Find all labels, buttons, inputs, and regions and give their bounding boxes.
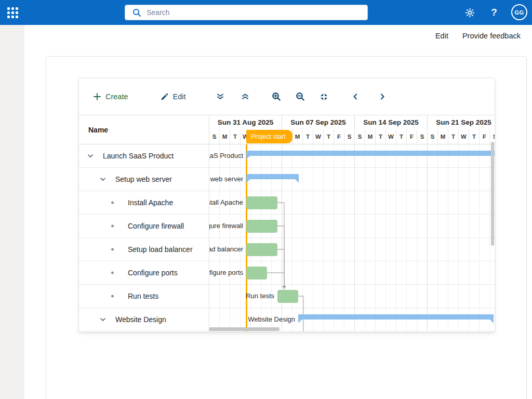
bullet-icon	[111, 272, 114, 274]
day-header-cell: M	[438, 129, 448, 144]
left-sidebar-strip	[0, 25, 24, 399]
chevron-left-icon[interactable]	[350, 91, 361, 102]
day-header-cell: M	[365, 129, 376, 144]
chart-bar-label: Configure firewall	[209, 222, 243, 230]
chart-bar-label: Launch SaaS Product	[209, 152, 243, 159]
chevron-right-icon[interactable]	[377, 91, 388, 102]
day-header-cell: T	[324, 129, 334, 144]
summary-bar-setup-web-server[interactable]	[246, 174, 299, 179]
gantt-chart-area: Launch SaaS ProductSetup web serverInsta…	[209, 144, 495, 331]
task-name-label: Setup web server	[115, 175, 172, 183]
task-bar-run-tests[interactable]	[277, 290, 298, 303]
gantt-panel: Create Edit	[79, 78, 495, 332]
gantt-toolbar: Create Edit	[79, 78, 495, 115]
task-row-website-design[interactable]: Website Design	[79, 308, 209, 331]
week-boundary-line	[354, 144, 355, 331]
project-start-line	[246, 144, 247, 331]
chevron-down-icon[interactable]	[99, 315, 107, 324]
summary-bar-website-design[interactable]	[298, 314, 494, 320]
day-header-cell: F	[407, 129, 417, 144]
day-header-cell: S	[428, 129, 438, 144]
plus-icon	[93, 92, 101, 101]
zoom-out-icon[interactable]	[295, 91, 305, 102]
task-bar-setup-load-balancer[interactable]	[246, 243, 277, 256]
task-name-label: Setup load balancer	[128, 245, 193, 254]
settings-gear-icon[interactable]	[463, 6, 476, 19]
chart-bar-label: Configure ports	[209, 269, 243, 276]
day-header-cell: M	[220, 129, 230, 144]
app-grid-icon[interactable]	[7, 7, 18, 18]
double-chevron-up-icon[interactable]	[240, 91, 250, 102]
day-header-cell: T	[303, 129, 313, 144]
day-header-cell: S	[209, 129, 220, 144]
summary-bar-launch-saas-product[interactable]	[246, 151, 495, 156]
page-actions: Edit Provide feedback	[0, 32, 521, 40]
edit-link[interactable]: Edit	[435, 32, 448, 40]
day-header-cell: T	[448, 129, 459, 144]
chart-bar-label: Install Apache	[209, 198, 243, 206]
day-header-cell: S	[344, 129, 355, 144]
task-row-launch-saas-product[interactable]: Launch SaaS Product	[79, 144, 209, 168]
task-row-install-apache[interactable]: Install Apache	[79, 191, 209, 215]
day-header-cell: W	[313, 129, 324, 144]
horizontal-scrollbar-thumb[interactable]	[209, 327, 280, 331]
day-header-cell: W	[386, 129, 396, 144]
task-bar-install-apache[interactable]	[246, 196, 277, 209]
day-header-cell: T	[230, 129, 241, 144]
global-search	[125, 5, 368, 20]
chart-bar-label: Run tests	[246, 292, 274, 300]
search-icon	[132, 8, 141, 17]
task-name-label: Configure firewall	[128, 222, 184, 230]
name-header-label: Name	[88, 126, 108, 134]
vertical-scrollbar-thumb[interactable]	[491, 142, 494, 246]
day-header-cell: W	[459, 129, 469, 144]
week-header-cell: Sun 07 Sep 2025	[282, 115, 355, 129]
task-row-configure-firewall[interactable]: Configure firewall	[79, 215, 209, 238]
dependency-lines	[209, 144, 495, 331]
task-name-label: Install Apache	[128, 198, 173, 207]
pencil-icon	[161, 92, 169, 101]
chevron-down-icon[interactable]	[86, 152, 95, 160]
bullet-icon	[111, 248, 114, 251]
task-name-label: Run tests	[128, 292, 158, 300]
zoom-in-icon[interactable]	[271, 91, 282, 102]
fit-to-screen-icon[interactable]	[319, 91, 329, 102]
week-header-cell: Sun 21 Sep 2025	[428, 115, 495, 129]
timeline-day-header: SMTWTFSSMTWTFSSMTWTFSSMTWTFSProject star…	[209, 129, 495, 144]
task-bar-configure-firewall[interactable]	[246, 220, 277, 233]
project-start-marker: Project start	[246, 130, 292, 143]
gantt-grid: Name Sun 31 Aug 2025Sun 07 Sep 2025Sun 1…	[79, 115, 495, 332]
task-row-setup-web-server[interactable]: Setup web server	[79, 168, 209, 191]
day-header-cell: M	[292, 129, 303, 144]
task-name-column: Launch SaaS ProductSetup web serverInsta…	[79, 144, 209, 331]
day-header-cell: S	[355, 129, 365, 144]
day-header-cell: F	[480, 129, 490, 144]
chevron-down-icon[interactable]	[99, 175, 107, 183]
task-row-run-tests[interactable]: Run tests	[79, 285, 209, 308]
chart-bar-label: Website Design	[248, 315, 295, 323]
search-input[interactable]	[147, 8, 344, 17]
day-header-cell: S	[417, 129, 428, 144]
task-name-label: Launch SaaS Product	[103, 152, 174, 160]
week-boundary-line	[282, 144, 282, 331]
provide-feedback-link[interactable]: Provide feedback	[462, 32, 521, 40]
task-bar-configure-ports[interactable]	[246, 267, 267, 280]
task-row-setup-load-balancer[interactable]: Setup load balancer	[79, 238, 209, 261]
chart-bar-label: Setup web server	[209, 175, 243, 183]
double-chevron-down-icon[interactable]	[215, 91, 225, 102]
task-name-label: Configure ports	[128, 269, 178, 277]
timeline-week-header: Sun 31 Aug 2025Sun 07 Sep 2025Sun 14 Sep…	[209, 115, 495, 129]
avatar[interactable]: GG	[511, 4, 527, 20]
bullet-icon	[111, 225, 114, 228]
week-header-cell: Sun 31 Aug 2025	[209, 115, 282, 129]
task-row-configure-ports[interactable]: Configure ports	[79, 261, 209, 285]
task-name-label: Website Design	[115, 315, 166, 324]
bullet-icon	[111, 202, 114, 204]
week-boundary-line	[427, 144, 428, 331]
help-icon[interactable]: ?	[488, 6, 500, 19]
create-button[interactable]: Create	[93, 92, 128, 101]
edit-button[interactable]: Edit	[161, 92, 186, 101]
day-header-cell: F	[334, 129, 344, 144]
chart-bar-label: Setup load balancer	[209, 245, 243, 253]
top-navigation-bar: ? GG	[0, 0, 532, 25]
